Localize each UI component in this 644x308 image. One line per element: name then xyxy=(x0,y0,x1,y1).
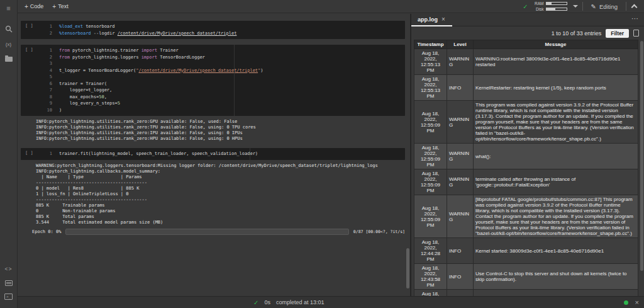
log-panel: app.log × ⋯ 1 to 10 of 33 entries Filter… xyxy=(410,14,644,296)
code-line: 5 xyxy=(36,74,401,81)
progress-counter: 0/87 [00:00<?, ?it/s] xyxy=(353,229,405,234)
log-cell-lv: WARNING xyxy=(447,169,474,195)
code-snippets-icon[interactable]: <> xyxy=(4,264,14,274)
left-sidebar: ≡ {x} <> >_ xyxy=(0,0,18,308)
execution-duration: 0s xyxy=(264,299,270,305)
search-icon[interactable] xyxy=(4,24,14,34)
resources-dropdown-icon[interactable] xyxy=(573,5,578,8)
overflow-menu-icon[interactable]: ⋯ xyxy=(631,14,639,23)
log-toolbar: 1 to 10 of 33 entries Filter xyxy=(411,26,644,40)
training-progress: Epoch 0: 0% 0/87 [00:00<?, ?it/s] xyxy=(32,228,405,236)
add-text-label: Text xyxy=(58,3,69,9)
command-palette-icon[interactable] xyxy=(4,278,14,288)
log-row: Aug 18, 2022, 12:55:09 PMWARNING[libprot… xyxy=(414,195,638,238)
log-row: Aug 18, 2022, 12:55:13 PMINFOKernelResta… xyxy=(414,75,638,101)
add-code-button[interactable]: + Code xyxy=(21,2,47,11)
execution-check-icon: ✓ xyxy=(253,299,258,306)
line-number: 1 xyxy=(36,47,52,54)
line-number: 2 xyxy=(36,54,52,61)
log-cell-msg: what(): xyxy=(474,144,638,169)
log-tabbar: app.log × ⋯ xyxy=(411,14,644,26)
run-cell-button[interactable]: [ ] xyxy=(21,21,36,39)
code-line: 2from pytorch_lightning.loggers import T… xyxy=(36,54,401,61)
line-number: 4 xyxy=(36,67,52,74)
run-cell-button[interactable]: [ ] xyxy=(21,45,36,116)
ram-label: RAM xyxy=(533,1,544,6)
collapse-toolbar-icon[interactable] xyxy=(631,4,638,11)
code-line: 4t_logger = TensorBoardLogger("/content/… xyxy=(36,67,401,74)
log-row: Aug 18, 2022, 12:44:28 PMINFOKernel star… xyxy=(414,238,638,264)
log-row: Aug 18, 2022, 12:55:09 PMWARNINGThis pro… xyxy=(414,101,638,144)
log-cell-ts: Aug 18, 2022, 12:55:09 PM xyxy=(414,195,447,238)
colab-window: + Code + Text ✓ RAM Disk xyxy=(0,0,644,308)
editing-mode-button[interactable]: ✎ Editing xyxy=(587,2,621,11)
log-cell-ts: Aug 18, 2022, 12:55:09 PM xyxy=(414,101,447,144)
log-cell-lv: INFO xyxy=(447,264,474,290)
cell-output: INFO:pytorch_lightning.utilities.rank_ze… xyxy=(36,119,406,142)
line-number: 1 xyxy=(36,151,52,157)
toolbar-divider xyxy=(626,2,626,11)
log-scrollbar[interactable] xyxy=(640,41,643,271)
log-cell-ts: Aug 18, 2022, 12:44:28 PM xyxy=(414,238,447,264)
run-cell-button[interactable]: [ ] xyxy=(21,148,36,160)
log-cell-msg: [libprotobuf FATAL google/protobuf/stubs… xyxy=(474,195,638,238)
code-line: 1from pytorch_lightning.trainer import T… xyxy=(36,47,401,54)
add-code-label: Code xyxy=(30,3,44,9)
line-number: 1 xyxy=(36,23,52,30)
terminal-icon[interactable]: >_ xyxy=(4,292,14,302)
entries-summary: 1 to 10 of 33 entries xyxy=(552,30,602,37)
log-cell-ts: Aug 18, 2022, 12:55:09 PM xyxy=(414,169,447,195)
table-of-contents-icon[interactable]: ≡ xyxy=(4,3,14,13)
line-number: 5 xyxy=(36,74,52,81)
files-icon[interactable] xyxy=(4,54,14,64)
notebook-scrollbar[interactable] xyxy=(406,248,409,288)
log-cell-msg: KernelRestarter: restarting kernel (1/5)… xyxy=(474,75,638,101)
disk-label: Disk xyxy=(533,7,544,11)
log-cell-lv: INFO xyxy=(447,238,474,264)
add-text-button[interactable]: + Text xyxy=(49,2,71,11)
column-header-level[interactable]: Level xyxy=(447,40,474,49)
code-editor[interactable]: 1trainer.fit(lightning_model, speech_tra… xyxy=(36,148,405,160)
log-cell-lv: WARNING xyxy=(447,195,474,238)
progress-label: Epoch 0: 0% xyxy=(32,229,61,234)
folder-icon xyxy=(5,57,13,62)
code-cell-1[interactable]: [ ] 1%load_ext tensorboard2%tensorboard … xyxy=(21,21,405,39)
code-line: 10) xyxy=(36,107,401,114)
kernel-status-dot xyxy=(624,300,628,305)
line-number: 3 xyxy=(36,60,52,67)
close-status-icon[interactable]: × xyxy=(635,299,639,306)
code-cell-3[interactable]: [ ] 1trainer.fit(lightning_model, speech… xyxy=(21,148,405,160)
progress-bar xyxy=(65,229,348,235)
ram-usage-bar xyxy=(546,2,567,5)
code-editor[interactable]: 1from pytorch_lightning.trainer import T… xyxy=(36,45,405,116)
column-header-timestamp[interactable]: Timestamp xyxy=(414,40,447,49)
resource-meters[interactable]: RAM Disk xyxy=(533,1,567,11)
plus-icon: + xyxy=(52,3,56,10)
editor-ruler xyxy=(250,148,250,160)
variables-icon[interactable]: {x} xyxy=(4,39,14,49)
column-header-message[interactable]: Message xyxy=(474,40,638,49)
top-toolbar: + Code + Text ✓ RAM Disk xyxy=(18,0,644,13)
plus-icon: + xyxy=(25,3,28,10)
log-cell-ts: Aug 18, 2022, 12:55:13 PM xyxy=(414,75,447,101)
code-line: 7 logger=t_logger, xyxy=(36,87,401,94)
editing-label: Editing xyxy=(599,3,618,10)
code-line: 2%tensorboard --logdir /content/drive/My… xyxy=(36,30,401,37)
close-tab-icon[interactable]: × xyxy=(441,16,445,23)
toolbar-divider xyxy=(582,2,583,11)
copy-icon[interactable] xyxy=(633,30,639,37)
log-row: Aug 18, 2022, 12:55:09 PMWARNINGwhat(): xyxy=(414,144,638,169)
code-cell-2[interactable]: [ ] 1from pytorch_lightning.trainer impo… xyxy=(21,45,405,116)
log-cell-lv: WARNING xyxy=(447,49,474,75)
filter-button[interactable]: Filter xyxy=(606,29,629,38)
code-line: 9 log_every_n_steps=5 xyxy=(36,100,401,107)
code-line: 1%load_ext tensorboard xyxy=(36,23,401,30)
log-cell-ts: Aug 18, 2022, 12:55:09 PM xyxy=(414,144,447,169)
log-cell-lv: WARNING xyxy=(447,101,474,144)
cell-output: WARNING:pytorch_lightning.loggers.tensor… xyxy=(36,163,406,225)
log-cell-ts: Aug 18, 2022, 12:55:13 PM xyxy=(414,49,447,75)
code-editor[interactable]: 1%load_ext tensorboard2%tensorboard --lo… xyxy=(36,21,405,39)
line-number: 6 xyxy=(36,81,52,88)
log-cell-ts: Aug 18, 2022, 12:43:58 PM xyxy=(414,264,447,290)
tab-app-log[interactable]: app.log × xyxy=(411,14,452,26)
